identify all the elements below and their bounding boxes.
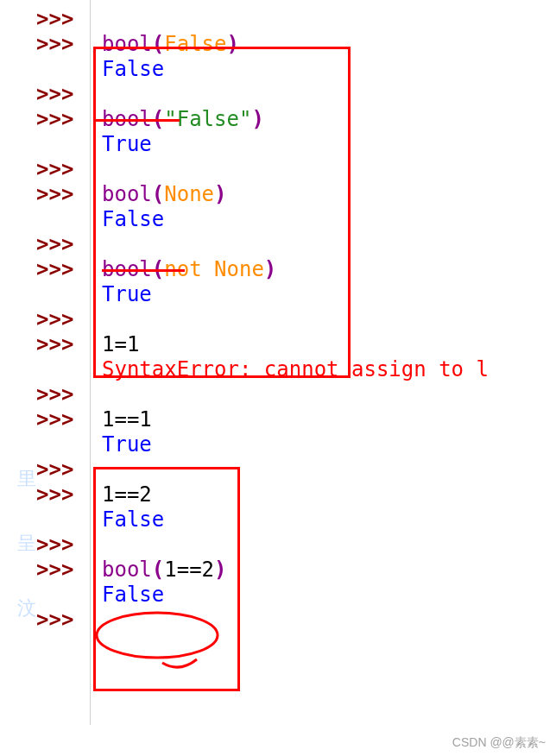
bg-glyph: 呈 [17,531,36,557]
repl-panel: >>>>>>bool(False)False>>>>>>bool("False"… [0,0,556,725]
repl-line: False [0,207,556,232]
token-paren: ( [152,558,164,582]
code-content: 1=1 [97,332,139,357]
code-content: True [97,282,152,307]
code-content: True [97,132,152,157]
token-err: SyntaxError: cannot assign to l [102,357,489,381]
bg-glyph: 汶 [17,595,36,621]
token-fn: bool [102,257,152,281]
repl-line: >>> [0,307,556,332]
token-kw: False [164,32,226,56]
repl-line: False [0,583,556,608]
prompt: >>> [0,382,97,407]
repl-line: >>> [0,608,556,633]
repl-line: True [0,282,556,307]
prompt: >>> [0,32,97,57]
token-op [202,257,214,281]
bg-glyph: 里 [17,466,36,492]
repl-line: >>> [0,82,556,107]
token-fn: bool [102,32,152,56]
token-num: 2 [139,482,151,507]
prompt: >>> [0,482,97,507]
prompt: >>> [0,532,97,558]
token-paren: ) [251,107,263,131]
repl-line: >>>1=1 [0,332,556,357]
token-num: 1 [127,332,139,356]
repl-line: SyntaxError: cannot assign to l [0,357,556,382]
code-content: bool(1==2) [97,558,227,583]
token-fn: bool [102,107,152,131]
repl-line: >>>bool(1==2) [0,558,556,583]
token-num: 1 [102,332,114,356]
token-str: "False" [164,107,251,131]
tail-annotation [162,663,205,680]
token-paren: ) [264,257,276,281]
code-content: False [97,207,164,232]
repl-line: >>> [0,382,556,407]
prompt: >>> [0,182,97,207]
code-content: bool(False) [97,32,239,57]
watermark: CSDN @@素素~ [452,735,546,751]
prompt: >>> [0,457,97,482]
token-blue: False [102,507,164,532]
prompt: >>> [0,332,97,357]
token-kw: None [214,257,264,281]
repl-line: >>>1==1 [0,407,556,432]
repl-line: False [0,507,556,532]
code-content: False [97,507,164,532]
token-num: 1 [102,407,114,432]
prompt: >>> [0,307,97,332]
token-op: == [114,407,139,432]
repl-line: >>>bool("False") [0,107,556,132]
token-blue: False [102,57,164,81]
repl-line: >>>bool(None) [0,182,556,207]
token-kw: None [164,182,214,206]
token-num: 1 [139,407,151,432]
token-paren: ( [152,107,164,131]
repl-line: >>> [0,532,556,558]
code-content: bool(not None) [97,257,276,282]
code-content: SyntaxError: cannot assign to l [97,357,489,382]
code-content: False [97,583,164,608]
prompt: >>> [0,407,97,432]
token-paren: ) [227,32,239,56]
repl-line: False [0,57,556,82]
repl-line: >>>1==2 [0,482,556,507]
repl-line: >>> [0,157,556,182]
gutter-line [90,0,91,725]
repl-line: >>> [0,232,556,257]
repl-line: True [0,432,556,457]
prompt: >>> [0,7,97,32]
token-op: == [177,558,202,582]
prompt: >>> [0,257,97,282]
prompt: >>> [0,558,97,583]
code-content: 1==1 [97,407,152,432]
repl-line: True [0,132,556,157]
token-paren: ( [152,32,164,56]
token-op: = [114,332,126,356]
repl-line: >>>bool(False) [0,32,556,57]
code-content: 1==2 [97,482,152,507]
token-num: 1 [164,558,176,582]
token-num: 1 [102,482,114,507]
repl-line: >>> [0,7,556,32]
code-lines: >>>>>>bool(False)False>>>>>>bool("False"… [0,7,556,633]
prompt: >>> [0,107,97,132]
repl-line: >>> [0,457,556,482]
code-content: bool("False") [97,107,264,132]
token-paren: ) [214,182,226,206]
token-blue: False [102,583,164,607]
token-op: == [114,482,139,507]
token-num: 2 [202,558,214,582]
code-content: False [97,57,164,82]
prompt: >>> [0,82,97,107]
token-fn: bool [102,182,152,206]
token-blue: True [102,432,152,457]
token-fn: bool [102,558,152,582]
prompt: >>> [0,608,97,633]
repl-line: >>>bool(not None) [0,257,556,282]
token-paren: ) [214,558,226,582]
token-kw: not [164,257,201,281]
token-blue: True [102,282,152,306]
prompt: >>> [0,157,97,182]
